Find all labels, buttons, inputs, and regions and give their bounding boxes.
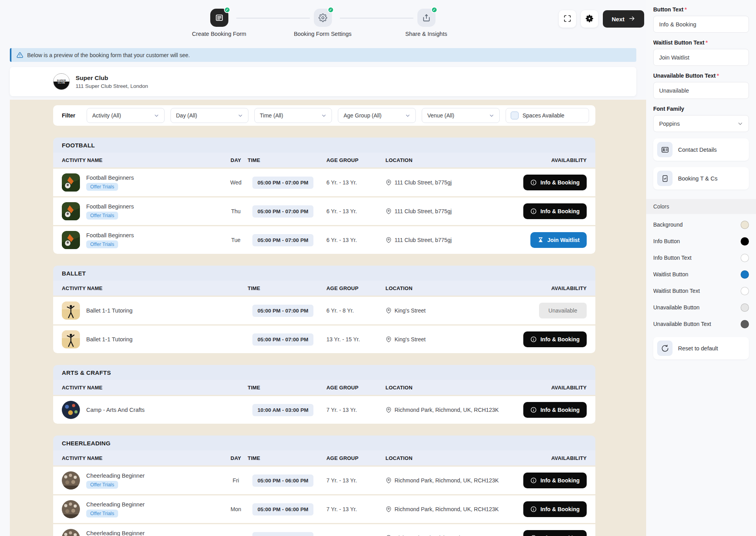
info-icon — [530, 477, 537, 484]
availability-cell: Info & Booking — [523, 175, 587, 190]
filter-dropdown-venue[interactable]: Venue (All) — [422, 108, 500, 123]
colors-section-header: Colors — [646, 199, 756, 214]
filter-dropdown-value: Activity (All) — [92, 112, 121, 119]
availability-cell: Info & Booking — [523, 331, 587, 347]
info-booking-button[interactable]: Info & Booking — [523, 501, 587, 517]
stepper-step-label: Booking Form Settings — [294, 31, 352, 37]
contact-details-button[interactable]: Contact Details — [653, 138, 749, 161]
activity-name-cell: Camp - Arts And Crafts — [86, 407, 224, 413]
info-booking-button[interactable]: Info & Booking — [523, 530, 587, 536]
info-icon — [530, 336, 537, 342]
activity-age-group: 7 Yr. - 13 Yr. — [326, 407, 385, 413]
column-header-age-group: AGE GROUP — [326, 157, 385, 163]
info-icon — [530, 506, 537, 512]
section-column-headers: ACTIVITY NAMEDAYTIMEAGE GROUPLOCATIONAVA… — [53, 153, 595, 168]
activity-day: Wed — [224, 179, 248, 186]
availability-button-label: Info & Booking — [540, 477, 580, 484]
color-swatch-unavailable-button-text[interactable] — [741, 320, 749, 328]
color-swatch-unavailable-button[interactable] — [741, 303, 749, 312]
activity-age-group: 7 Yr. - 13 Yr. — [326, 506, 385, 512]
cheer-thumbnail — [62, 500, 80, 518]
stepper-step-2[interactable]: Booking Form Settings — [271, 9, 374, 37]
activity-name: Ballet 1-1 Tutoring — [86, 307, 133, 314]
info-booking-button[interactable]: Info & Booking — [523, 331, 587, 347]
filter-dropdown-time[interactable]: Time (All) — [254, 108, 332, 123]
button-text-input[interactable] — [653, 16, 749, 33]
unavailable-button-text-input[interactable] — [653, 82, 749, 99]
unavailable-button: Unavailable — [539, 303, 587, 318]
offer-trials-badge: Offer Trials — [86, 183, 118, 191]
filter-dropdown-day[interactable]: Day (All) — [170, 108, 248, 123]
location-pin-icon — [385, 307, 392, 314]
column-header-availability: AVAILABILITY — [520, 455, 587, 461]
info-booking-button[interactable]: Info & Booking — [523, 402, 587, 418]
activity-row: Football BeginnersOffer TrialsTue05:00 P… — [53, 226, 595, 254]
activity-day: Thu — [224, 208, 248, 214]
settings-button[interactable] — [581, 10, 598, 28]
filter-dropdown-age[interactable]: Age Group (All) — [338, 108, 416, 123]
location-pin-icon — [385, 237, 392, 243]
availability-cell: Info & Booking — [523, 473, 587, 488]
offer-trials-badge: Offer Trials — [86, 212, 118, 220]
column-header-day: DAY — [224, 157, 248, 163]
fullscreen-button[interactable] — [559, 10, 576, 28]
club-logo-bottom-text: CLUB — [54, 82, 69, 89]
availability-cell: Join Waitlist — [530, 232, 587, 248]
color-swatch-info-button[interactable] — [741, 237, 749, 246]
reset-to-default-button[interactable]: Reset to default — [653, 337, 749, 359]
form-icon — [210, 9, 228, 27]
waitlist-button-text-input[interactable] — [653, 49, 749, 66]
activity-location-text: 111 Club Street, b775gj — [395, 237, 452, 243]
activity-location-text: King's Street — [395, 307, 426, 314]
activity-day: Fri — [224, 477, 248, 484]
contact-details-label: Contact Details — [678, 147, 717, 153]
info-booking-button[interactable]: Info & Booking — [523, 203, 587, 219]
stepper-step-3[interactable]: Share & Insights — [374, 9, 478, 37]
football-thumbnail — [62, 173, 80, 192]
offer-trials-badge: Offer Trials — [86, 510, 118, 517]
availability-button-label: Unavailable — [548, 307, 577, 314]
activity-location: 111 Club Street, b775gj — [385, 208, 520, 214]
activity-name-cell: Football BeginnersOffer Trials — [86, 175, 224, 191]
column-header-availability: AVAILABILITY — [520, 157, 587, 163]
activity-row: Camp - Arts And Crafts10:00 AM - 03:00 P… — [53, 396, 595, 424]
activity-name: Football Beginners — [86, 203, 134, 210]
section-title: FOOTBALL — [53, 138, 595, 153]
color-swatch-background[interactable] — [741, 221, 749, 229]
availability-cell: Info & Booking — [523, 530, 587, 536]
activity-name-cell: Football BeginnersOffer Trials — [86, 203, 224, 220]
club-logo: SUPER CLUB — [53, 73, 70, 90]
chevron-down-icon — [154, 113, 159, 118]
activity-section-arts-crafts: ARTS & CRAFTSACTIVITY NAMETIMEAGE GROUPL… — [53, 365, 595, 424]
color-swatch-waitlist-button[interactable] — [741, 270, 749, 279]
activity-name: Football Beginners — [86, 175, 134, 181]
column-header-availability: AVAILABILITY — [520, 285, 587, 291]
chevron-down-icon — [405, 113, 410, 118]
activity-section-cheerleading: CHEERLEADINGACTIVITY NAMEDAYTIMEAGE GROU… — [53, 436, 595, 536]
color-setting-label: Info Button — [653, 238, 680, 244]
activity-row: Football BeginnersOffer TrialsWed05:00 P… — [53, 169, 595, 196]
join-waitlist-button[interactable]: Join Waitlist — [530, 232, 587, 248]
activity-location: King's Street — [385, 307, 520, 314]
stepper-step-1[interactable]: Create Booking Form — [167, 9, 271, 37]
step-completed-badge — [328, 7, 334, 13]
activity-location: 111 Club Street, b775gj — [385, 237, 520, 243]
club-header-card: SUPER CLUB Super Club 111 Super Club Str… — [10, 67, 636, 96]
activity-location-text: King's Street — [395, 336, 426, 342]
color-setting-row: Info Button — [653, 233, 749, 249]
font-family-select[interactable]: Poppins — [653, 115, 749, 132]
ballet-thumbnail — [62, 302, 80, 320]
activity-time: 05:00 PM - 07:00 PM — [252, 205, 313, 218]
location-pin-icon — [385, 208, 392, 214]
location-pin-icon — [385, 179, 392, 186]
spaces-available-checkbox[interactable] — [511, 112, 519, 119]
color-swatch-waitlist-button-text[interactable] — [741, 287, 749, 295]
filter-dropdown-activity[interactable]: Activity (All) — [87, 108, 165, 123]
color-swatch-info-button-text[interactable] — [741, 254, 749, 262]
booking-terms-button[interactable]: Booking T & Cs — [653, 167, 749, 190]
info-booking-button[interactable]: Info & Booking — [523, 473, 587, 488]
next-button[interactable]: Next — [603, 10, 644, 28]
info-booking-button[interactable]: Info & Booking — [523, 175, 587, 190]
activity-row: Football BeginnersOffer TrialsThu05:00 P… — [53, 197, 595, 225]
required-asterisk: * — [717, 73, 719, 79]
